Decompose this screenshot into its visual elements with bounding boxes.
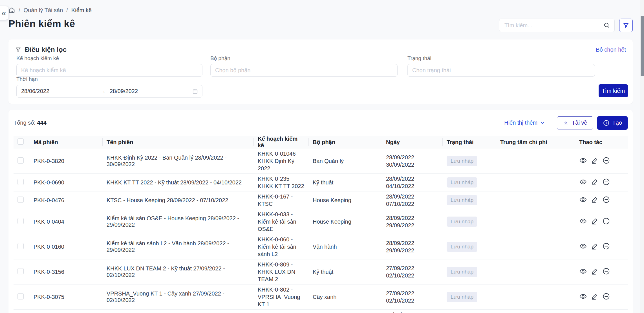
eye-icon [579, 242, 587, 250]
session-department: House Keeping [309, 310, 382, 313]
session-cost-center [496, 149, 575, 174]
session-dates: 27/09/202202/10/2022 [382, 259, 443, 285]
row-checkbox[interactable] [17, 268, 24, 274]
view-button[interactable] [579, 242, 587, 252]
filter-toggle-button[interactable] [619, 19, 633, 32]
date-range-picker[interactable]: 28/06/2022 → 28/09/2022 [16, 85, 202, 98]
date-from-value[interactable]: 28/06/2022 [21, 88, 100, 94]
filter-search-button[interactable]: Tìm kiếm [599, 84, 628, 97]
status-badge: Lưu nháp [447, 156, 477, 166]
session-name: Kiểm kê tài sản OS&E - House Keeping 28/… [103, 209, 254, 234]
view-button[interactable] [579, 217, 587, 226]
clear-all-link[interactable]: Bỏ chọn hết [596, 47, 626, 53]
row-checkbox[interactable] [17, 179, 24, 185]
remove-button[interactable] [602, 217, 610, 226]
session-row: PKK-0-3820KHKK Định Kỳ 2022 - Ban Quản l… [14, 149, 628, 174]
session-department: House Keeping [309, 209, 382, 234]
session-cost-center [496, 174, 575, 191]
view-button[interactable] [579, 292, 587, 302]
breadcrumb-item-asset-management[interactable]: Quản lý Tài sản [24, 7, 63, 14]
status-label: Trạng thái [407, 55, 595, 61]
edit-button[interactable] [591, 267, 599, 277]
col-header-cost-center: Trung tâm chi phí [496, 136, 575, 149]
edit-icon [591, 217, 599, 225]
edit-icon [591, 196, 599, 204]
session-cost-center [496, 285, 575, 310]
session-row: PKK-0-0690KHKK KT TT 2022 - Kỹ thuật 28/… [14, 174, 628, 191]
session-department: Kỹ thuật [309, 259, 382, 285]
search-icon[interactable] [603, 22, 610, 29]
row-checkbox[interactable] [17, 157, 24, 164]
session-name: KHKK LUX DN TEAM 2 - Kỹ thuật 27/09/2022… [103, 259, 254, 285]
plan-input[interactable] [16, 64, 202, 77]
status-select[interactable] [407, 64, 595, 77]
show-more-link[interactable]: Hiển thị thêm [504, 120, 545, 126]
create-button[interactable]: Tạo [597, 116, 628, 130]
edit-button[interactable] [591, 217, 599, 226]
session-code: PKK-0-3820 [30, 149, 103, 174]
select-all-checkbox[interactable] [17, 138, 24, 145]
minus-circle-icon [602, 156, 610, 164]
global-search-box [499, 19, 615, 32]
edit-button[interactable] [591, 156, 599, 166]
search-input[interactable] [504, 22, 603, 29]
col-header-code: Mã phiên [30, 136, 103, 149]
view-button[interactable] [579, 196, 587, 205]
department-select[interactable] [210, 64, 398, 77]
session-dates: 28/09/202229/09/2022 [382, 209, 443, 234]
period-label: Thời hạn [16, 76, 202, 82]
home-icon[interactable] [8, 7, 15, 14]
breadcrumb-item-inventory[interactable]: Kiểm kê [71, 7, 92, 14]
edit-button[interactable] [591, 196, 599, 205]
session-code: PKK-0-0690 [30, 174, 103, 191]
session-name: KTSC - House Keeping 28/09/2022 - 07/10/… [103, 191, 254, 209]
session-plan: KHKK-0-060 - Kiểm kê tài sản sảnh L2 [254, 234, 309, 259]
remove-button[interactable] [602, 178, 610, 187]
view-button[interactable] [579, 267, 587, 277]
edit-icon [591, 178, 599, 186]
session-cost-center [496, 310, 575, 313]
remove-button[interactable] [602, 242, 610, 252]
vertical-scrollbar[interactable] [640, 0, 644, 313]
row-checkbox[interactable] [17, 293, 24, 299]
filter-panel: Điều kiện lọc Bỏ chọn hết Kế hoạch kiểm … [8, 39, 633, 104]
status-badge: Lưu nháp [447, 217, 477, 227]
session-name: KHKK KT TT 2022 - Kỹ thuật 28/09/2022 - … [103, 174, 254, 191]
session-row: PKK-0-0404Kiểm kê tài sản OS&E - House K… [14, 209, 628, 234]
calendar-icon [192, 88, 198, 94]
edit-button[interactable] [591, 242, 599, 252]
edit-icon [591, 242, 599, 250]
row-checkbox[interactable] [17, 197, 24, 203]
row-checkbox[interactable] [17, 218, 24, 224]
view-button[interactable] [579, 178, 587, 187]
download-button[interactable]: Tải về [557, 116, 593, 129]
breadcrumb-separator: / [66, 7, 68, 14]
remove-button[interactable] [602, 292, 610, 302]
breadcrumb-separator: / [19, 7, 20, 14]
sidebar-collapse-button[interactable]: « [0, 6, 8, 20]
remove-button[interactable] [602, 156, 610, 166]
edit-button[interactable] [591, 178, 599, 187]
session-plan: KHKK-0-219 - HK MAI DINH [254, 310, 309, 313]
session-department: Vận hành [309, 234, 382, 259]
eye-icon [579, 156, 587, 164]
department-label: Bộ phận [210, 55, 398, 61]
field-status: Trạng thái [407, 55, 595, 77]
remove-button[interactable] [602, 267, 610, 277]
eye-icon [579, 267, 587, 275]
session-department: House Keeping [309, 191, 382, 209]
collapse-icon: « [1, 8, 6, 18]
scrollbar-thumb[interactable] [641, 16, 644, 76]
eye-icon [579, 292, 587, 300]
date-range-arrow-icon: → [100, 88, 106, 94]
date-to-value[interactable]: 28/09/2022 [110, 88, 138, 94]
session-dates: 28/09/202230/09/2022 [382, 149, 443, 174]
remove-button[interactable] [602, 196, 610, 205]
table-header-row: Mã phiên Tên phiên Kế hoạch kiểm kê Bộ p… [14, 136, 628, 149]
breadcrumb: / Quản lý Tài sản / Kiểm kê [8, 7, 92, 14]
total-count: Tổng số: 444 [14, 120, 47, 126]
view-button[interactable] [579, 156, 587, 166]
session-department: Cây xanh [309, 285, 382, 310]
row-checkbox[interactable] [17, 243, 24, 249]
edit-button[interactable] [591, 292, 599, 302]
